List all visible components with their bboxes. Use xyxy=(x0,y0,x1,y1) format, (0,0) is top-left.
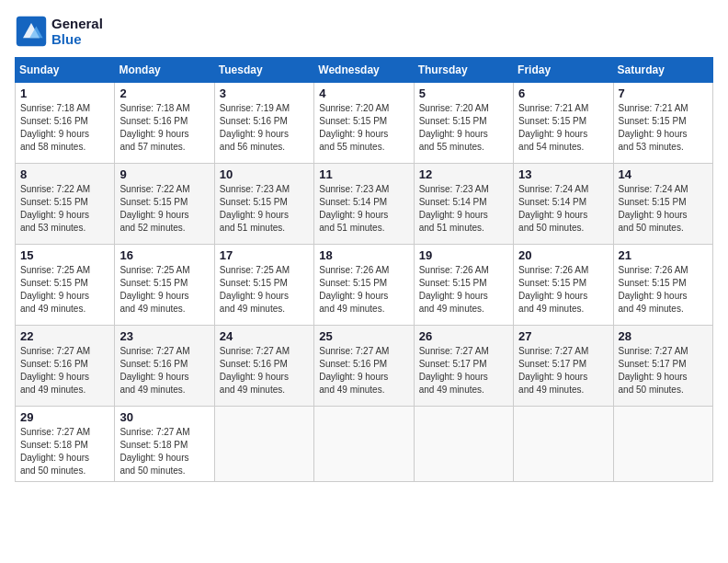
day-info: Sunrise: 7:21 AM Sunset: 5:15 PM Dayligh… xyxy=(518,102,608,154)
calendar-cell: 24Sunrise: 7:27 AM Sunset: 5:16 PM Dayli… xyxy=(214,326,313,407)
calendar-cell xyxy=(214,407,313,482)
day-info: Sunrise: 7:18 AM Sunset: 5:16 PM Dayligh… xyxy=(20,102,109,154)
day-number: 20 xyxy=(518,248,608,262)
day-number: 26 xyxy=(419,329,508,343)
weekday-header-thursday: Thursday xyxy=(414,58,513,83)
calendar-cell: 5Sunrise: 7:20 AM Sunset: 5:15 PM Daylig… xyxy=(414,83,513,164)
calendar-cell: 7Sunrise: 7:21 AM Sunset: 5:15 PM Daylig… xyxy=(613,83,712,164)
day-number: 29 xyxy=(20,410,109,424)
day-info: Sunrise: 7:25 AM Sunset: 5:15 PM Dayligh… xyxy=(220,264,309,316)
day-number: 25 xyxy=(319,329,408,343)
calendar-cell: 11Sunrise: 7:23 AM Sunset: 5:14 PM Dayli… xyxy=(314,164,414,245)
day-info: Sunrise: 7:25 AM Sunset: 5:15 PM Dayligh… xyxy=(119,264,209,316)
day-number: 18 xyxy=(319,248,408,262)
day-info: Sunrise: 7:27 AM Sunset: 5:16 PM Dayligh… xyxy=(20,345,109,396)
day-info: Sunrise: 7:26 AM Sunset: 5:15 PM Dayligh… xyxy=(419,264,508,316)
day-number: 1 xyxy=(20,86,109,100)
calendar-cell: 26Sunrise: 7:27 AM Sunset: 5:17 PM Dayli… xyxy=(414,326,513,407)
day-number: 6 xyxy=(518,86,608,100)
day-number: 2 xyxy=(119,86,209,100)
calendar-cell: 4Sunrise: 7:20 AM Sunset: 5:15 PM Daylig… xyxy=(314,83,414,164)
calendar-cell: 13Sunrise: 7:24 AM Sunset: 5:14 PM Dayli… xyxy=(514,164,613,245)
weekday-header-friday: Friday xyxy=(514,58,613,83)
weekday-header-saturday: Saturday xyxy=(613,58,712,83)
day-info: Sunrise: 7:22 AM Sunset: 5:15 PM Dayligh… xyxy=(119,183,209,235)
calendar-cell xyxy=(414,407,513,482)
calendar-cell xyxy=(314,407,414,482)
day-number: 9 xyxy=(119,167,209,181)
day-info: Sunrise: 7:25 AM Sunset: 5:15 PM Dayligh… xyxy=(20,264,109,316)
day-info: Sunrise: 7:27 AM Sunset: 5:17 PM Dayligh… xyxy=(619,345,708,396)
calendar-cell: 28Sunrise: 7:27 AM Sunset: 5:17 PM Dayli… xyxy=(613,326,712,407)
day-info: Sunrise: 7:23 AM Sunset: 5:14 PM Dayligh… xyxy=(419,183,508,235)
weekday-header-row: SundayMondayTuesdayWednesdayThursdayFrid… xyxy=(16,58,713,83)
day-info: Sunrise: 7:27 AM Sunset: 5:18 PM Dayligh… xyxy=(20,426,109,477)
calendar-cell: 25Sunrise: 7:27 AM Sunset: 5:16 PM Dayli… xyxy=(314,326,414,407)
day-number: 4 xyxy=(319,86,408,100)
day-info: Sunrise: 7:27 AM Sunset: 5:17 PM Dayligh… xyxy=(419,345,508,396)
day-number: 10 xyxy=(220,167,309,181)
day-number: 28 xyxy=(619,329,708,343)
calendar-cell: 27Sunrise: 7:27 AM Sunset: 5:17 PM Dayli… xyxy=(514,326,613,407)
day-info: Sunrise: 7:18 AM Sunset: 5:16 PM Dayligh… xyxy=(119,102,209,154)
calendar-cell: 23Sunrise: 7:27 AM Sunset: 5:16 PM Dayli… xyxy=(115,326,214,407)
day-info: Sunrise: 7:26 AM Sunset: 5:15 PM Dayligh… xyxy=(319,264,408,316)
day-info: Sunrise: 7:24 AM Sunset: 5:15 PM Dayligh… xyxy=(619,183,708,235)
calendar-cell: 10Sunrise: 7:23 AM Sunset: 5:15 PM Dayli… xyxy=(214,164,313,245)
day-number: 12 xyxy=(419,167,508,181)
weekday-header-sunday: Sunday xyxy=(16,58,115,83)
calendar-cell: 2Sunrise: 7:18 AM Sunset: 5:16 PM Daylig… xyxy=(115,83,214,164)
calendar-cell: 18Sunrise: 7:26 AM Sunset: 5:15 PM Dayli… xyxy=(314,245,414,326)
day-number: 22 xyxy=(20,329,109,343)
calendar-cell: 9Sunrise: 7:22 AM Sunset: 5:15 PM Daylig… xyxy=(115,164,214,245)
day-info: Sunrise: 7:27 AM Sunset: 5:16 PM Dayligh… xyxy=(119,345,209,396)
calendar-cell: 20Sunrise: 7:26 AM Sunset: 5:15 PM Dayli… xyxy=(514,245,613,326)
weekday-header-monday: Monday xyxy=(115,58,214,83)
calendar-cell: 1Sunrise: 7:18 AM Sunset: 5:16 PM Daylig… xyxy=(16,83,115,164)
day-number: 7 xyxy=(619,86,708,100)
calendar-cell: 29Sunrise: 7:27 AM Sunset: 5:18 PM Dayli… xyxy=(16,407,115,482)
day-number: 27 xyxy=(518,329,608,343)
calendar-cell: 16Sunrise: 7:25 AM Sunset: 5:15 PM Dayli… xyxy=(115,245,214,326)
day-number: 19 xyxy=(419,248,508,262)
weekday-header-tuesday: Tuesday xyxy=(214,58,313,83)
day-info: Sunrise: 7:23 AM Sunset: 5:14 PM Dayligh… xyxy=(319,183,408,235)
day-number: 16 xyxy=(119,248,209,262)
day-info: Sunrise: 7:24 AM Sunset: 5:14 PM Dayligh… xyxy=(518,183,608,235)
day-number: 24 xyxy=(220,329,309,343)
calendar-cell: 3Sunrise: 7:19 AM Sunset: 5:16 PM Daylig… xyxy=(214,83,313,164)
day-info: Sunrise: 7:27 AM Sunset: 5:16 PM Dayligh… xyxy=(220,345,309,396)
day-number: 17 xyxy=(220,248,309,262)
weekday-header-wednesday: Wednesday xyxy=(314,58,414,83)
calendar-cell: 19Sunrise: 7:26 AM Sunset: 5:15 PM Dayli… xyxy=(414,245,513,326)
logo: General Blue xyxy=(15,15,103,48)
day-info: Sunrise: 7:19 AM Sunset: 5:16 PM Dayligh… xyxy=(220,102,309,154)
calendar-table: SundayMondayTuesdayWednesdayThursdayFrid… xyxy=(15,57,713,482)
day-info: Sunrise: 7:22 AM Sunset: 5:15 PM Dayligh… xyxy=(20,183,109,235)
day-info: Sunrise: 7:20 AM Sunset: 5:15 PM Dayligh… xyxy=(419,102,508,154)
logo-icon xyxy=(15,15,48,48)
day-number: 5 xyxy=(419,86,508,100)
calendar-cell xyxy=(613,407,712,482)
day-info: Sunrise: 7:26 AM Sunset: 5:15 PM Dayligh… xyxy=(518,264,608,316)
calendar-cell: 15Sunrise: 7:25 AM Sunset: 5:15 PM Dayli… xyxy=(16,245,115,326)
day-info: Sunrise: 7:26 AM Sunset: 5:15 PM Dayligh… xyxy=(619,264,708,316)
header: General Blue xyxy=(15,15,713,48)
calendar-cell: 6Sunrise: 7:21 AM Sunset: 5:15 PM Daylig… xyxy=(514,83,613,164)
day-number: 13 xyxy=(518,167,608,181)
day-number: 21 xyxy=(619,248,708,262)
day-info: Sunrise: 7:23 AM Sunset: 5:15 PM Dayligh… xyxy=(220,183,309,235)
day-number: 11 xyxy=(319,167,408,181)
day-number: 23 xyxy=(119,329,209,343)
calendar-cell: 12Sunrise: 7:23 AM Sunset: 5:14 PM Dayli… xyxy=(414,164,513,245)
day-info: Sunrise: 7:27 AM Sunset: 5:18 PM Dayligh… xyxy=(119,426,209,477)
day-info: Sunrise: 7:27 AM Sunset: 5:16 PM Dayligh… xyxy=(319,345,408,396)
calendar-cell: 14Sunrise: 7:24 AM Sunset: 5:15 PM Dayli… xyxy=(613,164,712,245)
day-info: Sunrise: 7:21 AM Sunset: 5:15 PM Dayligh… xyxy=(619,102,708,154)
day-info: Sunrise: 7:20 AM Sunset: 5:15 PM Dayligh… xyxy=(319,102,408,154)
day-info: Sunrise: 7:27 AM Sunset: 5:17 PM Dayligh… xyxy=(518,345,608,396)
day-number: 14 xyxy=(619,167,708,181)
calendar-cell xyxy=(514,407,613,482)
calendar-cell: 17Sunrise: 7:25 AM Sunset: 5:15 PM Dayli… xyxy=(214,245,313,326)
calendar-cell: 21Sunrise: 7:26 AM Sunset: 5:15 PM Dayli… xyxy=(613,245,712,326)
